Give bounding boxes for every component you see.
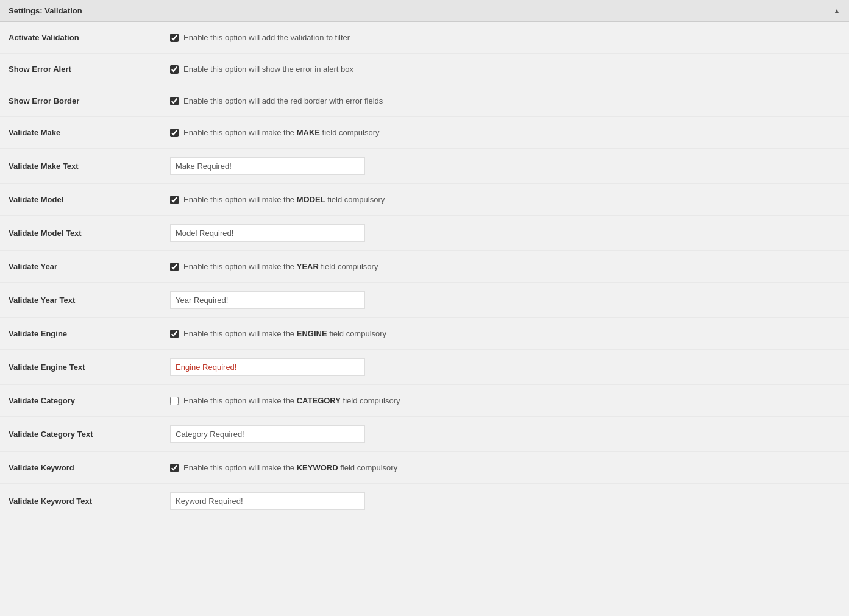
label-show-error-alert: Show Error Alert (0, 54, 162, 85)
label-validate-year: Validate Year (0, 251, 162, 283)
label-validate-category: Validate Category (0, 385, 162, 417)
checkbox-row-validate-engine: Enable this option will make the ENGINE … (170, 329, 840, 338)
checkbox-description-show-error-border: Enable this option will add the red bord… (183, 96, 383, 105)
checkbox-row-show-error-border: Enable this option will add the red bord… (170, 96, 840, 105)
row-validate-keyword-text: Validate Keyword Text (0, 484, 849, 519)
checkbox-description-validate-keyword: Enable this option will make the KEYWORD… (183, 463, 397, 472)
checkbox-description-validate-engine: Enable this option will make the ENGINE … (183, 329, 386, 338)
label-validate-make-text: Validate Make Text (0, 149, 162, 184)
label-validate-model: Validate Model (0, 184, 162, 216)
checkbox-description-validate-category: Enable this option will make the CATEGOR… (183, 396, 400, 405)
label-validate-keyword: Validate Keyword (0, 452, 162, 484)
checkbox-validate-model[interactable] (170, 196, 179, 204)
checkbox-show-error-alert[interactable] (170, 65, 179, 74)
input-validate-engine-text[interactable] (170, 358, 365, 376)
row-validate-make: Validate MakeEnable this option will mak… (0, 117, 849, 149)
input-validate-category-text[interactable] (170, 425, 365, 443)
checkbox-row-show-error-alert: Enable this option will show the error i… (170, 65, 840, 74)
control-validate-category-text[interactable] (162, 417, 849, 452)
row-validate-category-text: Validate Category Text (0, 417, 849, 452)
control-validate-make-text[interactable] (162, 149, 849, 184)
control-show-error-alert[interactable]: Enable this option will show the error i… (162, 54, 849, 85)
control-activate-validation[interactable]: Enable this option will add the validati… (162, 22, 849, 54)
settings-table: Activate ValidationEnable this option wi… (0, 22, 849, 519)
control-show-error-border[interactable]: Enable this option will add the red bord… (162, 85, 849, 117)
checkbox-activate-validation[interactable] (170, 34, 179, 42)
row-validate-year: Validate YearEnable this option will mak… (0, 251, 849, 283)
control-validate-engine-text[interactable] (162, 350, 849, 385)
label-activate-validation: Activate Validation (0, 22, 162, 54)
input-validate-model-text[interactable] (170, 224, 365, 242)
label-validate-make: Validate Make (0, 117, 162, 149)
label-validate-engine: Validate Engine (0, 318, 162, 350)
label-validate-model-text: Validate Model Text (0, 216, 162, 251)
control-validate-make[interactable]: Enable this option will make the MAKE fi… (162, 117, 849, 149)
row-validate-model: Validate ModelEnable this option will ma… (0, 184, 849, 216)
row-show-error-alert: Show Error AlertEnable this option will … (0, 54, 849, 85)
checkbox-description-validate-year: Enable this option will make the YEAR fi… (183, 262, 378, 271)
checkbox-row-validate-keyword: Enable this option will make the KEYWORD… (170, 463, 840, 472)
input-validate-make-text[interactable] (170, 157, 365, 175)
label-validate-engine-text: Validate Engine Text (0, 350, 162, 385)
row-validate-category: Validate CategoryEnable this option will… (0, 385, 849, 417)
row-validate-model-text: Validate Model Text (0, 216, 849, 251)
checkbox-description-show-error-alert: Enable this option will show the error i… (183, 65, 353, 74)
control-validate-keyword[interactable]: Enable this option will make the KEYWORD… (162, 452, 849, 484)
control-validate-model-text[interactable] (162, 216, 849, 251)
checkbox-validate-make[interactable] (170, 129, 179, 137)
row-validate-make-text: Validate Make Text (0, 149, 849, 184)
checkbox-validate-year[interactable] (170, 263, 179, 271)
label-show-error-border: Show Error Border (0, 85, 162, 117)
row-show-error-border: Show Error BorderEnable this option will… (0, 85, 849, 117)
checkbox-row-validate-year: Enable this option will make the YEAR fi… (170, 262, 840, 271)
panel-header[interactable]: Settings: Validation ▲ (0, 0, 849, 22)
input-validate-keyword-text[interactable] (170, 492, 365, 510)
row-validate-engine-text: Validate Engine Text (0, 350, 849, 385)
row-validate-year-text: Validate Year Text (0, 283, 849, 318)
control-validate-model[interactable]: Enable this option will make the MODEL f… (162, 184, 849, 216)
settings-panel: Settings: Validation ▲ Activate Validati… (0, 0, 849, 616)
label-validate-category-text: Validate Category Text (0, 417, 162, 452)
panel-title: Settings: Validation (9, 6, 82, 15)
row-validate-keyword: Validate KeywordEnable this option will … (0, 452, 849, 484)
checkbox-row-activate-validation: Enable this option will add the validati… (170, 33, 840, 42)
label-validate-keyword-text: Validate Keyword Text (0, 484, 162, 519)
label-validate-year-text: Validate Year Text (0, 283, 162, 318)
checkbox-row-validate-make: Enable this option will make the MAKE fi… (170, 128, 840, 137)
checkbox-row-validate-model: Enable this option will make the MODEL f… (170, 195, 840, 204)
control-validate-year[interactable]: Enable this option will make the YEAR fi… (162, 251, 849, 283)
checkbox-description-validate-make: Enable this option will make the MAKE fi… (183, 128, 380, 137)
control-validate-keyword-text[interactable] (162, 484, 849, 519)
checkbox-description-validate-model: Enable this option will make the MODEL f… (183, 195, 385, 204)
checkbox-row-validate-category: Enable this option will make the CATEGOR… (170, 396, 840, 405)
checkbox-validate-engine[interactable] (170, 330, 179, 338)
checkbox-validate-keyword[interactable] (170, 464, 179, 472)
checkbox-description-activate-validation: Enable this option will add the validati… (183, 33, 350, 42)
control-validate-category[interactable]: Enable this option will make the CATEGOR… (162, 385, 849, 417)
input-validate-year-text[interactable] (170, 291, 365, 309)
row-validate-engine: Validate EngineEnable this option will m… (0, 318, 849, 350)
checkbox-show-error-border[interactable] (170, 97, 179, 105)
panel-collapse-arrow: ▲ (833, 7, 840, 15)
control-validate-engine[interactable]: Enable this option will make the ENGINE … (162, 318, 849, 350)
control-validate-year-text[interactable] (162, 283, 849, 318)
checkbox-validate-category[interactable] (170, 397, 179, 405)
row-activate-validation: Activate ValidationEnable this option wi… (0, 22, 849, 54)
